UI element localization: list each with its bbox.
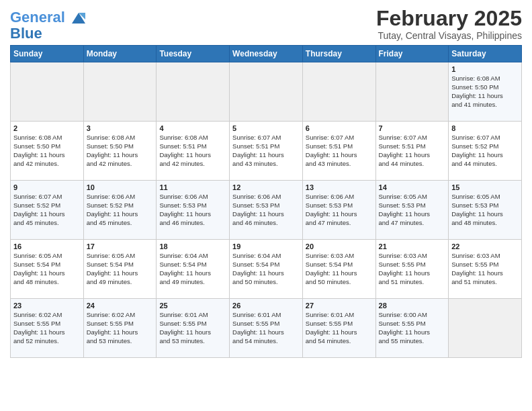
calendar-day-cell: 18Sunrise: 6:04 AM Sunset: 5:54 PM Dayli… — [157, 240, 230, 299]
weekday-header-cell: Monday — [83, 46, 157, 62]
day-number: 26 — [232, 302, 300, 310]
day-number: 23 — [13, 302, 81, 310]
day-number: 19 — [232, 242, 300, 250]
calendar-day-cell: 19Sunrise: 6:04 AM Sunset: 5:54 PM Dayli… — [230, 240, 303, 299]
calendar-day-cell: 24Sunrise: 6:02 AM Sunset: 5:55 PM Dayli… — [83, 299, 157, 358]
day-number: 6 — [306, 124, 373, 132]
day-info: Sunrise: 6:05 AM Sunset: 5:54 PM Dayligh… — [13, 252, 81, 286]
weekday-header-row: SundayMondayTuesdayWednesdayThursdayFrid… — [11, 46, 522, 62]
day-number: 5 — [232, 124, 300, 132]
day-info: Sunrise: 6:05 AM Sunset: 5:53 PM Dayligh… — [451, 193, 519, 227]
calendar-day-cell: 9Sunrise: 6:07 AM Sunset: 5:52 PM Daylig… — [11, 181, 84, 240]
calendar-day-cell: 3Sunrise: 6:08 AM Sunset: 5:50 PM Daylig… — [83, 122, 157, 181]
calendar-day-cell — [230, 62, 303, 122]
day-number: 4 — [159, 124, 226, 132]
day-number: 28 — [379, 302, 446, 310]
day-info: Sunrise: 6:02 AM Sunset: 5:55 PM Dayligh… — [13, 311, 81, 345]
calendar-week-row: 23Sunrise: 6:02 AM Sunset: 5:55 PM Dayli… — [11, 299, 522, 358]
day-info: Sunrise: 6:04 AM Sunset: 5:54 PM Dayligh… — [159, 252, 226, 286]
day-info: Sunrise: 6:07 AM Sunset: 5:51 PM Dayligh… — [232, 134, 300, 168]
calendar-day-cell: 23Sunrise: 6:02 AM Sunset: 5:55 PM Dayli… — [11, 299, 84, 358]
calendar-week-row: 1Sunrise: 6:08 AM Sunset: 5:50 PM Daylig… — [11, 62, 522, 122]
weekday-header-cell: Sunday — [11, 46, 84, 62]
weekday-header-cell: Saturday — [449, 46, 522, 62]
day-number: 24 — [87, 302, 154, 310]
day-info: Sunrise: 6:08 AM Sunset: 5:50 PM Dayligh… — [87, 134, 154, 168]
day-number: 9 — [13, 183, 81, 191]
day-number: 18 — [159, 242, 226, 250]
day-info: Sunrise: 6:06 AM Sunset: 5:53 PM Dayligh… — [159, 193, 226, 227]
day-info: Sunrise: 6:01 AM Sunset: 5:55 PM Dayligh… — [159, 311, 226, 345]
calendar-day-cell: 26Sunrise: 6:01 AM Sunset: 5:55 PM Dayli… — [230, 299, 303, 358]
day-info: Sunrise: 6:06 AM Sunset: 5:52 PM Dayligh… — [87, 193, 154, 227]
day-info: Sunrise: 6:04 AM Sunset: 5:54 PM Dayligh… — [232, 252, 300, 286]
calendar-day-cell: 14Sunrise: 6:05 AM Sunset: 5:53 PM Dayli… — [375, 181, 449, 240]
calendar-day-cell: 1Sunrise: 6:08 AM Sunset: 5:50 PM Daylig… — [449, 62, 522, 122]
calendar-day-cell: 27Sunrise: 6:01 AM Sunset: 5:55 PM Dayli… — [302, 299, 375, 358]
day-info: Sunrise: 6:07 AM Sunset: 5:51 PM Dayligh… — [379, 134, 446, 168]
location: Tutay, Central Visayas, Philippines — [376, 30, 522, 41]
day-info: Sunrise: 6:05 AM Sunset: 5:53 PM Dayligh… — [379, 193, 446, 227]
calendar-table: SundayMondayTuesdayWednesdayThursdayFrid… — [10, 45, 522, 358]
calendar-day-cell: 21Sunrise: 6:03 AM Sunset: 5:55 PM Dayli… — [375, 240, 449, 299]
calendar-day-cell: 15Sunrise: 6:05 AM Sunset: 5:53 PM Dayli… — [449, 181, 522, 240]
calendar-day-cell: 17Sunrise: 6:05 AM Sunset: 5:54 PM Dayli… — [83, 240, 157, 299]
calendar-day-cell — [157, 62, 230, 122]
calendar-day-cell: 11Sunrise: 6:06 AM Sunset: 5:53 PM Dayli… — [157, 181, 230, 240]
page-header: General Blue February 2025 Tutay, Centra… — [10, 7, 522, 41]
calendar-week-row: 9Sunrise: 6:07 AM Sunset: 5:52 PM Daylig… — [11, 181, 522, 240]
day-number: 12 — [232, 183, 300, 191]
calendar-day-cell: 10Sunrise: 6:06 AM Sunset: 5:52 PM Dayli… — [83, 181, 157, 240]
day-number: 13 — [306, 183, 373, 191]
day-info: Sunrise: 6:01 AM Sunset: 5:55 PM Dayligh… — [306, 311, 373, 345]
calendar-day-cell: 13Sunrise: 6:06 AM Sunset: 5:53 PM Dayli… — [302, 181, 375, 240]
calendar-day-cell: 6Sunrise: 6:07 AM Sunset: 5:51 PM Daylig… — [302, 122, 375, 181]
logo: General Blue — [10, 9, 87, 41]
calendar-week-row: 16Sunrise: 6:05 AM Sunset: 5:54 PM Dayli… — [11, 240, 522, 299]
day-number: 22 — [451, 242, 519, 250]
title-block: February 2025 Tutay, Central Visayas, Ph… — [376, 7, 522, 41]
calendar-day-cell: 28Sunrise: 6:00 AM Sunset: 5:55 PM Dayli… — [375, 299, 449, 358]
weekday-header-cell: Friday — [375, 46, 449, 62]
day-info: Sunrise: 6:03 AM Sunset: 5:55 PM Dayligh… — [379, 252, 446, 286]
calendar-day-cell: 8Sunrise: 6:07 AM Sunset: 5:52 PM Daylig… — [449, 122, 522, 181]
calendar-day-cell — [11, 62, 84, 122]
calendar-day-cell: 20Sunrise: 6:03 AM Sunset: 5:54 PM Dayli… — [302, 240, 375, 299]
day-info: Sunrise: 6:02 AM Sunset: 5:55 PM Dayligh… — [87, 311, 154, 345]
day-info: Sunrise: 6:03 AM Sunset: 5:54 PM Dayligh… — [306, 252, 373, 286]
calendar-day-cell — [302, 62, 375, 122]
weekday-header-cell: Thursday — [302, 46, 375, 62]
day-info: Sunrise: 6:07 AM Sunset: 5:52 PM Dayligh… — [13, 193, 81, 227]
day-info: Sunrise: 6:03 AM Sunset: 5:55 PM Dayligh… — [451, 252, 519, 286]
day-info: Sunrise: 6:00 AM Sunset: 5:55 PM Dayligh… — [379, 311, 446, 345]
day-number: 14 — [379, 183, 446, 191]
day-number: 17 — [87, 242, 154, 250]
day-number: 16 — [13, 242, 81, 250]
day-info: Sunrise: 6:01 AM Sunset: 5:55 PM Dayligh… — [232, 311, 300, 345]
day-info: Sunrise: 6:06 AM Sunset: 5:53 PM Dayligh… — [232, 193, 300, 227]
weekday-header-cell: Tuesday — [157, 46, 230, 62]
month-title: February 2025 — [376, 7, 522, 30]
day-info: Sunrise: 6:08 AM Sunset: 5:51 PM Dayligh… — [159, 134, 226, 168]
day-info: Sunrise: 6:07 AM Sunset: 5:52 PM Dayligh… — [451, 134, 519, 168]
day-info: Sunrise: 6:08 AM Sunset: 5:50 PM Dayligh… — [451, 75, 519, 109]
calendar-day-cell: 12Sunrise: 6:06 AM Sunset: 5:53 PM Dayli… — [230, 181, 303, 240]
day-number: 21 — [379, 242, 446, 250]
day-info: Sunrise: 6:05 AM Sunset: 5:54 PM Dayligh… — [87, 252, 154, 286]
day-number: 10 — [87, 183, 154, 191]
calendar-day-cell — [375, 62, 449, 122]
day-number: 11 — [159, 183, 226, 191]
day-number: 20 — [306, 242, 373, 250]
calendar-day-cell: 4Sunrise: 6:08 AM Sunset: 5:51 PM Daylig… — [157, 122, 230, 181]
day-number: 3 — [87, 124, 154, 132]
calendar-day-cell: 2Sunrise: 6:08 AM Sunset: 5:50 PM Daylig… — [11, 122, 84, 181]
calendar-day-cell — [83, 62, 157, 122]
calendar-day-cell: 25Sunrise: 6:01 AM Sunset: 5:55 PM Dayli… — [157, 299, 230, 358]
calendar-day-cell: 22Sunrise: 6:03 AM Sunset: 5:55 PM Dayli… — [449, 240, 522, 299]
day-number: 27 — [306, 302, 373, 310]
calendar-day-cell: 7Sunrise: 6:07 AM Sunset: 5:51 PM Daylig… — [375, 122, 449, 181]
day-info: Sunrise: 6:08 AM Sunset: 5:50 PM Dayligh… — [13, 134, 81, 168]
calendar-day-cell: 16Sunrise: 6:05 AM Sunset: 5:54 PM Dayli… — [11, 240, 84, 299]
weekday-header-cell: Wednesday — [230, 46, 303, 62]
day-number: 15 — [451, 183, 519, 191]
